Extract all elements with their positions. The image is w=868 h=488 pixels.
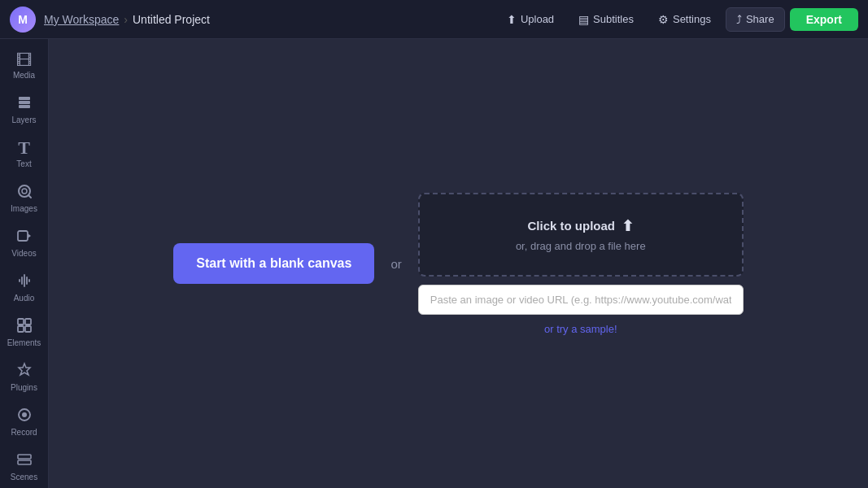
sidebar-item-text[interactable]: T Text — [2, 133, 46, 175]
videos-icon — [16, 228, 33, 246]
workspace-logo: M — [10, 7, 36, 33]
images-icon — [16, 183, 33, 202]
export-button[interactable]: Export — [790, 8, 858, 31]
try-sample-link[interactable]: or try a sample! — [418, 323, 744, 335]
plugins-icon — [16, 362, 33, 381]
sidebar-item-scenes[interactable]: Scenes — [2, 445, 46, 488]
sidebar-item-videos[interactable]: Videos — [2, 221, 46, 264]
svg-rect-8 — [18, 319, 24, 325]
svg-rect-2 — [19, 105, 30, 108]
layers-icon — [16, 94, 33, 113]
share-button[interactable]: ⤴ Share — [726, 7, 785, 32]
elements-icon — [16, 317, 33, 336]
breadcrumb: My Workspace › Untitled Project — [44, 13, 210, 26]
svg-rect-0 — [19, 97, 30, 100]
top-actions: ⬆ Upload ▤ Subtitles ⚙ Settings ⤴ Share … — [497, 7, 858, 32]
sidebar-item-media[interactable]: 🎞 Media — [2, 46, 46, 86]
blank-canvas-button[interactable]: Start with a blank canvas — [173, 243, 374, 284]
upload-arrow-icon: ⬆ — [622, 217, 634, 235]
breadcrumb-separator: › — [124, 13, 128, 26]
upload-button[interactable]: ⬆ Upload — [497, 8, 564, 31]
canvas-area: Start with a blank canvas or Click to up… — [49, 39, 868, 488]
svg-rect-6 — [18, 231, 28, 241]
main-layout: 🎞 Media Layers T Text — [0, 39, 868, 488]
or-divider: or — [390, 257, 401, 271]
sidebar-item-record[interactable]: Record — [2, 400, 46, 443]
sidebar-item-images[interactable]: Images — [2, 176, 46, 220]
svg-point-13 — [22, 412, 27, 417]
sidebar: 🎞 Media Layers T Text — [0, 39, 49, 488]
svg-line-5 — [28, 195, 31, 198]
url-input[interactable] — [418, 285, 744, 315]
subtitles-icon: ▤ — [578, 13, 589, 26]
sidebar-item-plugins[interactable]: Plugins — [2, 355, 46, 399]
sidebar-item-elements[interactable]: Elements — [2, 311, 46, 354]
project-name: Untitled Project — [133, 13, 210, 26]
text-icon: T — [18, 139, 30, 157]
svg-rect-14 — [18, 455, 31, 459]
svg-rect-10 — [18, 326, 24, 332]
svg-rect-9 — [25, 319, 31, 325]
center-content: Start with a blank canvas or Click to up… — [173, 193, 744, 335]
share-icon: ⤴ — [736, 13, 742, 26]
scenes-icon — [16, 451, 33, 470]
svg-rect-15 — [18, 460, 31, 464]
subtitles-button[interactable]: ▤ Subtitles — [569, 8, 643, 31]
media-icon: 🎞 — [16, 52, 33, 68]
audio-icon — [16, 272, 33, 291]
svg-point-4 — [22, 189, 27, 194]
record-icon — [16, 407, 33, 425]
sidebar-item-audio[interactable]: Audio — [2, 266, 46, 309]
topbar: M My Workspace › Untitled Project ⬆ Uplo… — [0, 0, 868, 39]
upload-icon: ⬆ — [507, 13, 517, 26]
workspace-link[interactable]: My Workspace — [44, 13, 119, 26]
upload-title: Click to upload ⬆ — [528, 217, 635, 235]
gear-icon: ⚙ — [658, 13, 669, 26]
svg-rect-11 — [25, 326, 31, 332]
settings-button[interactable]: ⚙ Settings — [648, 8, 721, 31]
upload-subtitle: or, drag and drop a file here — [516, 240, 646, 252]
upload-panel: Click to upload ⬆ or, drag and drop a fi… — [418, 193, 744, 335]
svg-rect-1 — [19, 101, 30, 104]
sidebar-item-layers[interactable]: Layers — [2, 88, 46, 131]
svg-marker-7 — [28, 233, 31, 238]
drop-zone[interactable]: Click to upload ⬆ or, drag and drop a fi… — [418, 193, 744, 277]
